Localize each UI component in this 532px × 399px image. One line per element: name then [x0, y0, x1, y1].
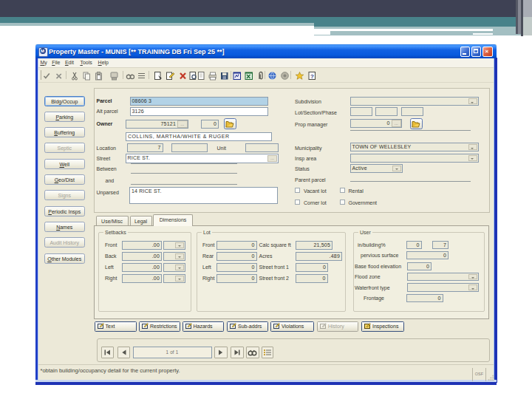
- svg-text:?: ?: [310, 72, 314, 79]
